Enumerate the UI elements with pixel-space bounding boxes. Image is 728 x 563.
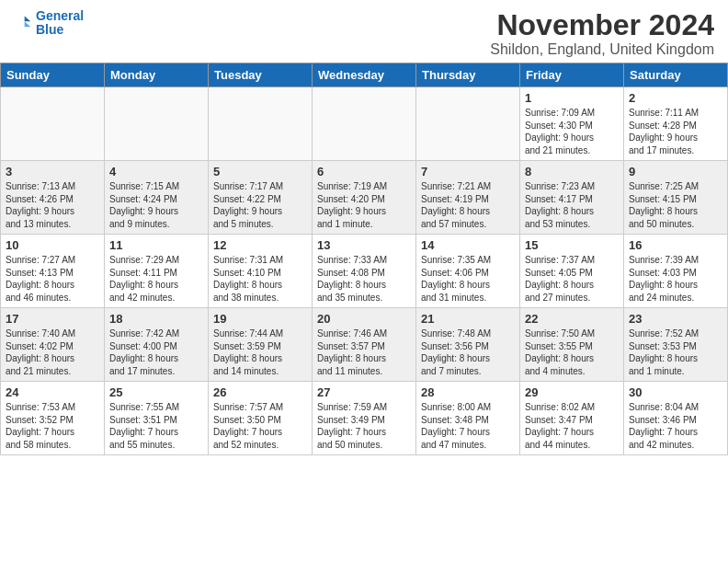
- logo-blue: Blue: [36, 22, 63, 37]
- day-info: Sunrise: 7:11 AM Sunset: 4:28 PM Dayligh…: [629, 107, 722, 156]
- day-number: 30: [629, 385, 722, 399]
- day-number: 25: [109, 385, 203, 399]
- month-title: November 2024: [490, 9, 714, 41]
- day-number: 10: [6, 238, 99, 252]
- day-number: 1: [525, 91, 619, 105]
- calendar-day: 6Sunrise: 7:19 AM Sunset: 4:20 PM Daylig…: [313, 161, 416, 235]
- day-info: Sunrise: 7:29 AM Sunset: 4:11 PM Dayligh…: [109, 254, 203, 304]
- calendar-day: 28Sunrise: 8:00 AM Sunset: 3:48 PM Dayli…: [416, 382, 520, 455]
- day-info: Sunrise: 7:27 AM Sunset: 4:13 PM Dayligh…: [6, 254, 99, 304]
- day-number: 26: [213, 385, 307, 399]
- day-info: Sunrise: 8:00 AM Sunset: 3:48 PM Dayligh…: [421, 401, 515, 451]
- calendar-day: 4Sunrise: 7:15 AM Sunset: 4:24 PM Daylig…: [105, 161, 209, 235]
- col-header-friday: Friday: [520, 63, 624, 87]
- logo: General Blue: [14, 9, 84, 38]
- logo-icon: [14, 14, 32, 32]
- calendar-day: 14Sunrise: 7:35 AM Sunset: 4:06 PM Dayli…: [416, 235, 520, 308]
- day-info: Sunrise: 7:42 AM Sunset: 4:00 PM Dayligh…: [109, 327, 203, 377]
- day-info: Sunrise: 7:09 AM Sunset: 4:30 PM Dayligh…: [525, 107, 619, 156]
- calendar-day: [416, 87, 520, 161]
- day-number: 28: [421, 385, 515, 399]
- calendar-day: 3Sunrise: 7:13 AM Sunset: 4:26 PM Daylig…: [1, 161, 105, 235]
- logo-general: General: [36, 8, 84, 23]
- day-number: 19: [213, 312, 307, 326]
- title-block: November 2024 Shildon, England, United K…: [490, 9, 714, 58]
- day-number: 16: [629, 238, 722, 252]
- col-header-sunday: Sunday: [1, 63, 105, 87]
- calendar-day: 11Sunrise: 7:29 AM Sunset: 4:11 PM Dayli…: [105, 235, 209, 308]
- svg-marker-1: [25, 22, 31, 28]
- day-number: 29: [525, 385, 619, 399]
- col-header-monday: Monday: [105, 63, 209, 87]
- day-info: Sunrise: 7:50 AM Sunset: 3:55 PM Dayligh…: [525, 327, 619, 377]
- day-info: Sunrise: 7:44 AM Sunset: 3:59 PM Dayligh…: [213, 327, 307, 377]
- col-header-tuesday: Tuesday: [209, 63, 313, 87]
- calendar-week-row: 10Sunrise: 7:27 AM Sunset: 4:13 PM Dayli…: [1, 235, 728, 308]
- logo-text: General Blue: [36, 9, 84, 38]
- calendar-week-row: 3Sunrise: 7:13 AM Sunset: 4:26 PM Daylig…: [1, 161, 728, 235]
- day-number: 12: [213, 238, 307, 252]
- day-info: Sunrise: 7:52 AM Sunset: 3:53 PM Dayligh…: [629, 327, 722, 377]
- day-info: Sunrise: 7:46 AM Sunset: 3:57 PM Dayligh…: [317, 327, 411, 377]
- col-header-saturday: Saturday: [624, 63, 728, 87]
- calendar-day: 5Sunrise: 7:17 AM Sunset: 4:22 PM Daylig…: [209, 161, 313, 235]
- col-header-wednesday: Wednesday: [313, 63, 416, 87]
- day-info: Sunrise: 7:57 AM Sunset: 3:50 PM Dayligh…: [213, 401, 307, 451]
- calendar-week-row: 24Sunrise: 7:53 AM Sunset: 3:52 PM Dayli…: [1, 382, 728, 455]
- day-number: 27: [317, 385, 411, 399]
- day-number: 3: [6, 165, 99, 178]
- day-number: 14: [421, 238, 515, 252]
- day-number: 17: [6, 312, 99, 326]
- day-number: 5: [213, 165, 307, 178]
- day-info: Sunrise: 7:19 AM Sunset: 4:20 PM Dayligh…: [317, 180, 411, 230]
- day-info: Sunrise: 8:04 AM Sunset: 3:46 PM Dayligh…: [629, 401, 722, 451]
- calendar-day: 1Sunrise: 7:09 AM Sunset: 4:30 PM Daylig…: [520, 87, 624, 161]
- calendar-day: 21Sunrise: 7:48 AM Sunset: 3:56 PM Dayli…: [416, 308, 520, 382]
- calendar-day: 22Sunrise: 7:50 AM Sunset: 3:55 PM Dayli…: [520, 308, 624, 382]
- calendar-day: 16Sunrise: 7:39 AM Sunset: 4:03 PM Dayli…: [624, 235, 728, 308]
- day-info: Sunrise: 7:39 AM Sunset: 4:03 PM Dayligh…: [629, 254, 722, 304]
- day-info: Sunrise: 7:17 AM Sunset: 4:22 PM Dayligh…: [213, 180, 307, 230]
- day-info: Sunrise: 7:59 AM Sunset: 3:49 PM Dayligh…: [317, 401, 411, 451]
- calendar-day: [209, 87, 313, 161]
- calendar-header-row: SundayMondayTuesdayWednesdayThursdayFrid…: [1, 63, 728, 87]
- calendar-day: 2Sunrise: 7:11 AM Sunset: 4:28 PM Daylig…: [624, 87, 728, 161]
- day-number: 9: [629, 165, 722, 178]
- calendar-day: 19Sunrise: 7:44 AM Sunset: 3:59 PM Dayli…: [209, 308, 313, 382]
- svg-marker-0: [25, 17, 31, 22]
- day-info: Sunrise: 7:15 AM Sunset: 4:24 PM Dayligh…: [109, 180, 203, 230]
- calendar-day: 29Sunrise: 8:02 AM Sunset: 3:47 PM Dayli…: [520, 382, 624, 455]
- day-info: Sunrise: 7:35 AM Sunset: 4:06 PM Dayligh…: [421, 254, 515, 304]
- location: Shildon, England, United Kingdom: [490, 41, 714, 58]
- day-info: Sunrise: 7:48 AM Sunset: 3:56 PM Dayligh…: [421, 327, 515, 377]
- calendar-week-row: 17Sunrise: 7:40 AM Sunset: 4:02 PM Dayli…: [1, 308, 728, 382]
- day-info: Sunrise: 7:23 AM Sunset: 4:17 PM Dayligh…: [525, 180, 619, 230]
- day-info: Sunrise: 7:33 AM Sunset: 4:08 PM Dayligh…: [317, 254, 411, 304]
- calendar-day: 25Sunrise: 7:55 AM Sunset: 3:51 PM Dayli…: [105, 382, 209, 455]
- day-info: Sunrise: 7:21 AM Sunset: 4:19 PM Dayligh…: [421, 180, 515, 230]
- calendar-day: 27Sunrise: 7:59 AM Sunset: 3:49 PM Dayli…: [313, 382, 416, 455]
- day-number: 13: [317, 238, 411, 252]
- calendar-day: 24Sunrise: 7:53 AM Sunset: 3:52 PM Dayli…: [1, 382, 105, 455]
- calendar-day: 26Sunrise: 7:57 AM Sunset: 3:50 PM Dayli…: [209, 382, 313, 455]
- calendar-day: [105, 87, 209, 161]
- calendar-day: 17Sunrise: 7:40 AM Sunset: 4:02 PM Dayli…: [1, 308, 105, 382]
- calendar-day: 15Sunrise: 7:37 AM Sunset: 4:05 PM Dayli…: [520, 235, 624, 308]
- calendar-day: 13Sunrise: 7:33 AM Sunset: 4:08 PM Dayli…: [313, 235, 416, 308]
- day-number: 24: [6, 385, 99, 399]
- day-number: 23: [629, 312, 722, 326]
- calendar: SundayMondayTuesdayWednesdayThursdayFrid…: [0, 63, 728, 455]
- day-info: Sunrise: 7:53 AM Sunset: 3:52 PM Dayligh…: [6, 401, 99, 451]
- calendar-day: 7Sunrise: 7:21 AM Sunset: 4:19 PM Daylig…: [416, 161, 520, 235]
- calendar-week-row: 1Sunrise: 7:09 AM Sunset: 4:30 PM Daylig…: [1, 87, 728, 161]
- calendar-day: 30Sunrise: 8:04 AM Sunset: 3:46 PM Dayli…: [624, 382, 728, 455]
- day-number: 22: [525, 312, 619, 326]
- calendar-day: 12Sunrise: 7:31 AM Sunset: 4:10 PM Dayli…: [209, 235, 313, 308]
- day-number: 11: [109, 238, 203, 252]
- header: General Blue November 2024 Shildon, Engl…: [0, 0, 728, 63]
- day-number: 15: [525, 238, 619, 252]
- day-info: Sunrise: 7:40 AM Sunset: 4:02 PM Dayligh…: [6, 327, 99, 377]
- day-info: Sunrise: 7:13 AM Sunset: 4:26 PM Dayligh…: [6, 180, 99, 230]
- day-info: Sunrise: 7:31 AM Sunset: 4:10 PM Dayligh…: [213, 254, 307, 304]
- day-number: 2: [629, 91, 722, 105]
